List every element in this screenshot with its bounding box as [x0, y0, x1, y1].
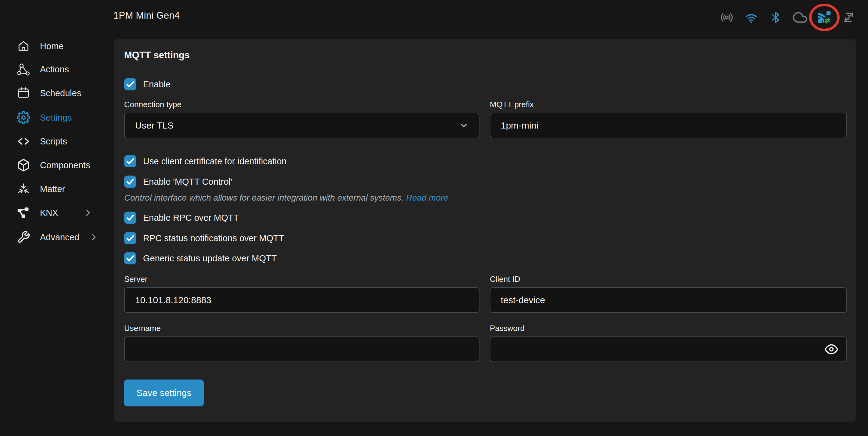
field-label: Client ID — [490, 274, 847, 284]
rpc-status-notifications-checkbox-row[interactable]: RPC status notifications over MQTT — [124, 232, 284, 244]
sidebar-item-knx[interactable]: KNX — [17, 206, 92, 220]
chevron-right-icon — [83, 208, 92, 217]
checkbox-checked-icon[interactable] — [124, 211, 136, 224]
rpc-over-mqtt-checkbox-row[interactable]: Enable RPC over MQTT — [124, 211, 239, 224]
bluetooth-icon[interactable] — [769, 10, 783, 24]
knx-icon — [17, 206, 30, 220]
wrench-icon — [17, 231, 30, 244]
outbound-websocket-icon[interactable] — [842, 10, 856, 24]
wifi-icon[interactable] — [744, 10, 758, 24]
cloud-icon[interactable] — [793, 10, 807, 24]
checkbox-checked-icon[interactable] — [124, 78, 136, 90]
sidebar-item-label: Settings — [40, 113, 72, 123]
read-more-link[interactable]: Read more — [406, 193, 448, 202]
enable-mqtt-checkbox-row[interactable]: Enable — [124, 78, 170, 90]
sidebar-item-settings[interactable]: Settings — [17, 111, 92, 124]
sidebar-item-home[interactable]: Home — [17, 39, 92, 53]
checkbox-checked-icon[interactable] — [124, 176, 136, 188]
checkbox-checked-icon[interactable] — [124, 155, 136, 167]
actions-icon — [17, 63, 30, 76]
home-icon — [17, 39, 30, 53]
password-input[interactable] — [490, 337, 847, 362]
sidebar-item-actions[interactable]: Actions — [17, 63, 92, 76]
client-id-input[interactable] — [490, 287, 847, 313]
select-value: User TLS — [135, 120, 174, 131]
sidebar-item-label: Actions — [40, 64, 69, 75]
mqtt-settings-panel: MQTT settings Enable Connection type Use… — [114, 39, 856, 422]
sidebar-item-schedules[interactable]: Schedules — [17, 86, 92, 100]
chevron-right-icon — [89, 233, 98, 242]
username-group: Username — [124, 324, 479, 362]
field-label: Username — [124, 324, 479, 333]
show-password-button[interactable] — [824, 341, 839, 357]
field-label: MQTT prefix — [490, 100, 847, 109]
sidebar-item-label: Scripts — [40, 137, 67, 147]
panel-title: MQTT settings — [124, 50, 190, 61]
mqtt-control-hint: Control interface which allows for easie… — [124, 193, 448, 203]
field-label: Password — [490, 324, 847, 333]
mqtt-prefix-input[interactable] — [490, 113, 847, 138]
generic-status-update-checkbox-row[interactable]: Generic status update over MQTT — [124, 252, 277, 264]
checkbox-label: Enable — [143, 79, 170, 89]
eye-icon — [825, 343, 838, 356]
client-certificate-checkbox-row[interactable]: Use client certificate for identificatio… — [124, 155, 287, 167]
connection-type-group: Connection type User TLS — [124, 100, 479, 138]
password-group: Password — [490, 324, 847, 362]
matter-icon — [17, 182, 30, 196]
sidebar-item-label: Components — [40, 160, 90, 170]
sidebar-item-label: Matter — [40, 184, 65, 194]
mqtt-status-icon[interactable] — [817, 10, 831, 24]
checkbox-label: Enable RPC over MQTT — [143, 213, 239, 223]
sidebar-item-components[interactable]: Components — [17, 158, 92, 172]
page-title: 1PM Mini Gen4 — [114, 10, 180, 21]
sidebar-item-label: Schedules — [40, 88, 81, 98]
checkbox-label: Use client certificate for identificatio… — [143, 156, 287, 166]
sidebar-item-advanced[interactable]: Advanced — [17, 231, 92, 244]
access-point-icon[interactable] — [720, 10, 734, 24]
server-group: Server — [124, 274, 479, 313]
connection-type-select[interactable]: User TLS — [124, 113, 479, 138]
username-input[interactable] — [124, 337, 479, 362]
sidebar-item-label: KNX — [40, 208, 58, 218]
chevron-down-icon — [459, 121, 468, 130]
hint-text: Control interface which allows for easie… — [124, 193, 406, 202]
mqtt-prefix-group: MQTT prefix — [490, 100, 847, 138]
field-label: Server — [124, 274, 479, 284]
sidebar-item-matter[interactable]: Matter — [17, 182, 92, 196]
components-icon — [17, 158, 30, 172]
sidebar-item-label: Home — [40, 41, 63, 51]
sidebar: Home Actions Schedules Settings — [0, 0, 114, 436]
mqtt-control-checkbox-row[interactable]: Enable 'MQTT Control' — [124, 176, 232, 188]
client-id-group: Client ID — [490, 274, 847, 313]
checkbox-label: Enable 'MQTT Control' — [143, 177, 232, 187]
checkbox-checked-icon[interactable] — [124, 252, 136, 264]
code-icon — [17, 135, 30, 148]
save-settings-button[interactable]: Save settings — [124, 379, 204, 406]
checkbox-checked-icon[interactable] — [124, 232, 136, 244]
checkbox-label: Generic status update over MQTT — [143, 254, 277, 263]
sidebar-item-scripts[interactable]: Scripts — [17, 135, 92, 148]
field-label: Connection type — [124, 100, 479, 109]
calendar-icon — [17, 86, 30, 100]
checkbox-label: RPC status notifications over MQTT — [143, 233, 284, 243]
server-input[interactable] — [124, 287, 479, 313]
sidebar-item-label: Advanced — [40, 232, 79, 242]
status-icon-bar — [720, 10, 856, 24]
gear-icon — [17, 111, 30, 124]
